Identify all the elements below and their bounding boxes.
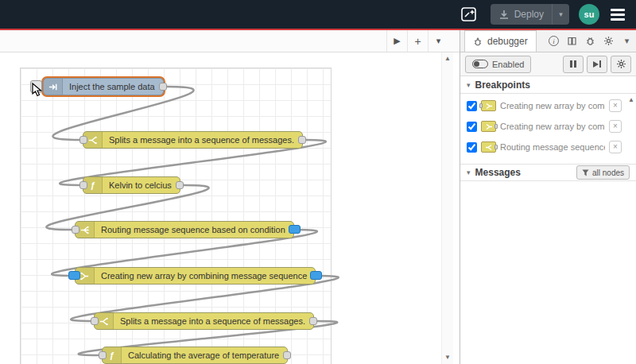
- list-scroll-up-icon[interactable]: ▲: [628, 96, 634, 104]
- breakpoint-row[interactable]: Creating new array by combining message …: [460, 116, 625, 137]
- tab-label: debugger: [487, 36, 528, 47]
- user-avatar[interactable]: su: [579, 4, 599, 25]
- breakpoint-row[interactable]: Routing message sequence based on condit…: [460, 137, 625, 157]
- scroll-up-icon[interactable]: ▲: [444, 55, 451, 63]
- messages-panel: [460, 181, 636, 364]
- tab-help[interactable]: [563, 30, 581, 52]
- message-filter-button[interactable]: all nodes: [576, 165, 630, 180]
- join-node[interactable]: Creating new array by combining message …: [75, 267, 316, 285]
- function-node[interactable]: ƒ Kelvin to celcius: [83, 176, 180, 194]
- node-input-port[interactable]: [91, 317, 99, 325]
- breakpoint-checkbox[interactable]: [467, 101, 477, 111]
- gear-icon: [616, 59, 626, 69]
- split-node[interactable]: Splits a message into a sequence of mess…: [94, 312, 314, 330]
- step-button[interactable]: [587, 56, 607, 73]
- messages-title: Messages: [475, 167, 521, 178]
- app-header: Deploy ▾ su: [0, 0, 636, 29]
- scroll-down-icon[interactable]: ▼: [444, 354, 451, 362]
- node-label: Routing message sequence based on condit…: [95, 222, 293, 238]
- output-port-nub: [494, 124, 498, 129]
- pause-button[interactable]: [563, 56, 584, 73]
- node-label: Inject the sample data: [63, 79, 163, 95]
- breakpoint-label: Creating new array by combining message …: [500, 101, 605, 110]
- node-output-port[interactable]: [309, 317, 317, 325]
- breakpoint-checkbox[interactable]: [467, 122, 477, 132]
- toggle-on-icon: [472, 60, 488, 68]
- debugger-toolbar: Enabled: [460, 52, 636, 76]
- debugger-tab-icon: [473, 37, 483, 46]
- split-node[interactable]: Splits a message into a sequence of mess…: [83, 131, 303, 149]
- deploy-label: Deploy: [514, 9, 544, 20]
- breakpoint-label: Creating new array by combining message …: [500, 122, 605, 131]
- inject-trigger-button[interactable]: [30, 80, 42, 93]
- inject-icon: [44, 79, 63, 95]
- sidebar-tabbar: debugger i ▾: [460, 30, 636, 52]
- function-node[interactable]: ƒ Calculating the average of temperature: [102, 347, 288, 364]
- node-label: Splits a message into a sequence of mess…: [103, 132, 302, 148]
- switch-node-mini-icon: [481, 141, 496, 153]
- node-label: Creating new array by combining message …: [95, 268, 315, 284]
- join-node-mini-icon: [481, 121, 496, 132]
- remove-breakpoint-button[interactable]: ×: [609, 141, 622, 153]
- book-icon: [567, 36, 577, 46]
- node-input-port[interactable]: [99, 351, 107, 359]
- chevron-down-icon: ▾: [467, 168, 471, 176]
- ai-sparkle-icon[interactable]: [457, 4, 481, 25]
- breakpoints-section-header[interactable]: ▾ Breakpoints: [460, 76, 636, 94]
- breakpoints-list: ▲ Creating new array by combining messag…: [460, 94, 636, 164]
- node-output-port[interactable]: [298, 136, 306, 144]
- bug-icon: [585, 36, 595, 46]
- output-port-nub: [494, 145, 498, 149]
- flow-tabbar: ▶ + ▾: [0, 30, 460, 52]
- debugger-settings-button[interactable]: [611, 56, 631, 73]
- node-label: Calculating the average of temperature: [122, 347, 287, 363]
- node-output-port-breakpoint[interactable]: [310, 271, 322, 280]
- sidebar-tabs-caret-icon[interactable]: ▾: [618, 30, 636, 52]
- tab-info[interactable]: i: [545, 30, 563, 52]
- node-label: Kelvin to celcius: [103, 177, 180, 193]
- input-port-nub: [479, 103, 483, 108]
- node-input-port[interactable]: [80, 181, 87, 189]
- info-icon: i: [549, 36, 559, 46]
- canvas-vertical-scrollbar[interactable]: ▲ ▼: [441, 52, 453, 364]
- node-input-port[interactable]: [72, 226, 80, 234]
- filter-label: all nodes: [592, 168, 624, 177]
- deploy-icon: [498, 10, 510, 20]
- filter-funnel-icon: [582, 169, 589, 176]
- node-output-port[interactable]: [159, 83, 167, 91]
- deploy-button[interactable]: Deploy ▾: [491, 4, 569, 25]
- add-flow-button[interactable]: +: [407, 30, 428, 52]
- node-output-port[interactable]: [283, 351, 291, 359]
- enabled-label: Enabled: [492, 60, 524, 69]
- breakpoint-row[interactable]: Creating new array by combining message …: [460, 95, 625, 116]
- right-sidebar: debugger i ▾ Enabled: [460, 30, 636, 364]
- breakpoint-label: Routing message sequence based on condit…: [500, 142, 605, 152]
- deploy-dropdown-caret[interactable]: ▾: [552, 4, 569, 25]
- tab-debugger[interactable]: debugger: [464, 30, 537, 52]
- switch-node[interactable]: Routing message sequence based on condit…: [75, 221, 294, 238]
- step-icon: [593, 60, 601, 68]
- tab-config[interactable]: [599, 30, 618, 52]
- tab-debug[interactable]: [581, 30, 599, 52]
- messages-section-header[interactable]: ▾ Messages all nodes: [460, 164, 636, 181]
- flow-list-caret-icon[interactable]: ▾: [428, 30, 448, 52]
- flow-editor: ▶ + ▾ Inject the sample data: [0, 30, 460, 364]
- inject-node[interactable]: Inject the sample data: [43, 78, 164, 95]
- tab-scroll-right-icon[interactable]: ▶: [386, 30, 407, 52]
- join-node-mini-icon: [481, 100, 496, 111]
- node-output-port-breakpoint[interactable]: [289, 225, 301, 234]
- node-input-port-breakpoint[interactable]: [68, 271, 80, 280]
- breakpoints-title: Breakpoints: [475, 79, 530, 91]
- remove-breakpoint-button[interactable]: ×: [609, 99, 622, 112]
- pause-icon: [570, 60, 576, 68]
- node-input-port[interactable]: [80, 136, 87, 144]
- enabled-toggle-button[interactable]: Enabled: [465, 56, 531, 73]
- gear-icon: [603, 36, 614, 46]
- remove-breakpoint-button[interactable]: ×: [609, 120, 622, 133]
- node-output-port[interactable]: [176, 181, 184, 189]
- breakpoint-checkbox[interactable]: [467, 142, 477, 153]
- flow-canvas[interactable]: Inject the sample data Splits a message …: [0, 52, 460, 364]
- main-menu-icon[interactable]: [609, 6, 626, 24]
- chevron-down-icon: ▾: [467, 81, 471, 89]
- node-label: Splits a message into a sequence of mess…: [114, 313, 313, 329]
